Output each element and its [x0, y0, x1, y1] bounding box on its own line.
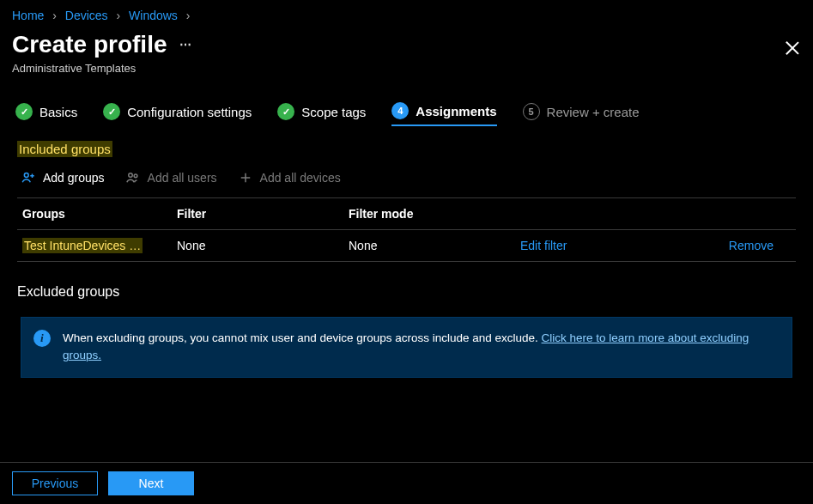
step-number-icon: 4 [391, 102, 409, 119]
page-title: Create profile [12, 31, 167, 58]
col-groups: Groups [22, 207, 177, 221]
step-label: Review + create [547, 105, 640, 119]
add-groups-button[interactable]: Add groups [21, 170, 105, 185]
info-banner: i When excluding groups, you cannot mix … [21, 317, 792, 378]
step-label: Scope tags [301, 105, 366, 119]
step-configuration-settings[interactable]: ✓ Configuration settings [103, 102, 252, 126]
users-icon [125, 170, 141, 185]
col-filter: Filter [177, 207, 349, 221]
step-review-create[interactable]: 5 Review + create [523, 102, 640, 126]
close-icon[interactable] [784, 39, 801, 57]
step-label: Basics [39, 105, 77, 119]
step-label: Configuration settings [127, 105, 252, 119]
wizard-steps: ✓ Basics ✓ Configuration settings ✓ Scop… [0, 78, 813, 133]
chevron-right-icon: › [52, 9, 57, 22]
step-basics[interactable]: ✓ Basics [15, 102, 77, 126]
info-icon: i [33, 330, 51, 347]
check-icon: ✓ [277, 103, 294, 120]
step-assignments[interactable]: 4 Assignments [391, 102, 496, 126]
group-name[interactable]: Test IntuneDevices … [22, 238, 143, 253]
table-row: Test IntuneDevices … None None Edit filt… [17, 230, 796, 262]
plus-icon [238, 170, 253, 185]
filter-mode-value: None [349, 239, 520, 252]
breadcrumb-devices[interactable]: Devices [65, 9, 108, 22]
excluded-groups-heading: Excluded groups [0, 262, 813, 308]
add-user-icon [21, 170, 36, 185]
svg-point-0 [24, 173, 28, 178]
included-toolbar: Add groups Add all users Add all devices [0, 161, 813, 197]
col-filter-mode: Filter mode [349, 207, 520, 221]
more-menu-icon[interactable]: ⋯ [179, 38, 193, 52]
add-all-users-label: Add all users [148, 171, 217, 185]
header: Create profile ⋯ Administrative Template… [0, 27, 813, 78]
check-icon: ✓ [15, 103, 33, 120]
chevron-right-icon: › [186, 9, 191, 22]
check-icon: ✓ [103, 103, 120, 120]
table-header-row: Groups Filter Filter mode [17, 197, 796, 230]
add-all-devices-button[interactable]: Add all devices [238, 170, 341, 185]
remove-link[interactable]: Remove [729, 239, 774, 252]
chevron-right-icon: › [117, 9, 121, 22]
svg-point-3 [128, 173, 132, 178]
previous-button[interactable]: Previous [12, 471, 98, 495]
breadcrumb: Home › Devices › Windows › [0, 0, 813, 27]
included-groups-heading: Included groups [0, 133, 813, 161]
footer: Previous Next [0, 462, 813, 504]
breadcrumb-windows[interactable]: Windows [129, 9, 178, 22]
info-text: When excluding groups, you cannot mix us… [63, 331, 542, 344]
step-label: Assignments [416, 104, 496, 118]
step-scope-tags[interactable]: ✓ Scope tags [277, 102, 366, 126]
included-groups-table: Groups Filter Filter mode Test IntuneDev… [17, 197, 796, 262]
add-groups-label: Add groups [43, 171, 105, 185]
add-all-users-button[interactable]: Add all users [125, 170, 217, 185]
breadcrumb-home[interactable]: Home [12, 9, 44, 22]
step-number-icon: 5 [523, 103, 540, 120]
filter-value: None [177, 239, 349, 252]
next-button[interactable]: Next [108, 471, 194, 495]
svg-point-4 [134, 174, 137, 178]
page-subtitle: Administrative Templates [12, 62, 801, 75]
edit-filter-link[interactable]: Edit filter [520, 239, 567, 252]
add-all-devices-label: Add all devices [260, 171, 341, 185]
